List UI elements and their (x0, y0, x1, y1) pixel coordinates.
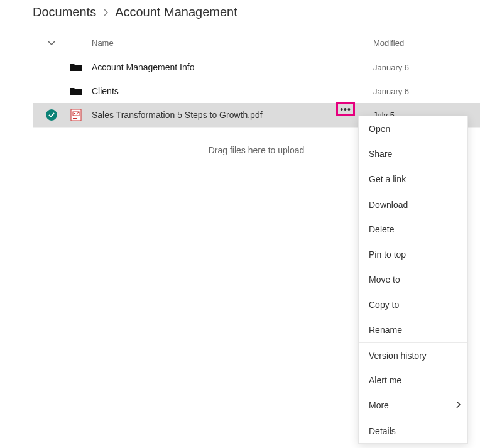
menu-item-label: Pin to top (369, 249, 406, 260)
menu-item-label: Delete (369, 224, 394, 234)
menu-item-alert-me[interactable]: Alert me (359, 368, 467, 393)
menu-item-download[interactable]: Download (359, 192, 467, 217)
breadcrumb-root[interactable]: Documents (33, 5, 96, 19)
menu-item-label: Open (369, 124, 390, 134)
column-header-modified[interactable]: Modified (373, 38, 480, 48)
pdf-icon (70, 109, 92, 121)
menu-item-label: Copy to (369, 300, 399, 310)
menu-item-version-history[interactable]: Version history (359, 342, 467, 368)
svg-rect-3 (73, 118, 77, 119)
breadcrumb: Documents Account Management (33, 5, 480, 19)
menu-item-label: Details (369, 426, 396, 436)
menu-item-label: Share (369, 149, 392, 159)
file-name[interactable]: Clients (92, 86, 119, 96)
menu-item-label: Move to (369, 275, 400, 285)
menu-item-label: Alert me (369, 375, 401, 385)
column-header-name[interactable]: Name (92, 38, 373, 48)
menu-item-move-to[interactable]: Move to (359, 267, 467, 292)
svg-rect-2 (73, 117, 79, 117)
table-row[interactable]: ClientsJanuary 6 (33, 79, 480, 103)
menu-item-delete[interactable]: Delete (359, 217, 467, 242)
file-modified: January 6 (373, 87, 480, 96)
select-all-toggle[interactable] (33, 41, 70, 46)
menu-item-label: Download (369, 200, 408, 210)
file-modified: January 6 (373, 63, 480, 72)
table-header: Name Modified (33, 31, 480, 55)
menu-item-label: Get a link (369, 174, 406, 184)
menu-item-open[interactable]: Open (359, 116, 467, 141)
menu-item-copy-to[interactable]: Copy to (359, 292, 467, 317)
menu-item-get-a-link[interactable]: Get a link (359, 167, 467, 192)
folder-icon (70, 87, 92, 96)
menu-item-share[interactable]: Share (359, 141, 467, 167)
menu-item-details[interactable]: Details (359, 418, 467, 443)
menu-item-label: Version history (369, 351, 427, 361)
menu-item-label: More (369, 400, 389, 410)
check-circle-icon (46, 109, 57, 121)
file-name[interactable]: Account Management Info (92, 62, 194, 72)
table-row[interactable]: Account Management InfoJanuary 6 (33, 55, 480, 79)
menu-item-more[interactable]: More (359, 393, 467, 418)
folder-icon (70, 63, 92, 72)
context-menu: OpenShareGet a linkDownloadDeletePin to … (358, 116, 468, 444)
menu-item-label: Rename (369, 325, 402, 335)
menu-item-rename[interactable]: Rename (359, 317, 467, 342)
file-table: Name Modified Account Management InfoJan… (33, 31, 480, 128)
more-actions-button[interactable]: ••• (336, 102, 355, 116)
file-name[interactable]: Sales Transformation 5 Steps to Growth.p… (92, 110, 263, 120)
breadcrumb-current: Account Management (115, 5, 237, 19)
svg-rect-0 (71, 109, 81, 121)
chevron-right-icon (456, 400, 461, 410)
chevron-right-icon (102, 8, 109, 17)
row-select[interactable] (33, 109, 70, 121)
menu-item-pin-to-top[interactable]: Pin to top (359, 242, 467, 267)
